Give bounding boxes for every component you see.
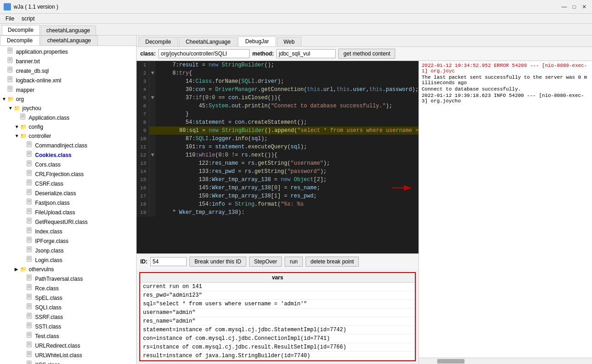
file-icon xyxy=(26,189,34,197)
vars-row: con=instance of com.mysql.cj.jdbc.Connec… xyxy=(140,334,415,343)
tree-item[interactable]: Cors.class xyxy=(0,160,136,169)
run-button[interactable]: run xyxy=(285,257,302,267)
svg-rect-68 xyxy=(27,247,31,252)
tree-item[interactable]: XSS.class xyxy=(0,360,136,364)
menu-file[interactable]: File xyxy=(2,15,18,23)
tree-item-label: Rce.class xyxy=(35,284,59,293)
vars-row: statement=instance of com.mysql.cj.jdbc.… xyxy=(140,326,415,334)
tree-item[interactable]: application.properties xyxy=(0,47,136,56)
left-panel: Decompile cheetahLanguage application.pr… xyxy=(0,35,137,364)
tree-item[interactable]: Deserialize.class xyxy=(0,188,136,198)
tree-item[interactable]: ▼📁org xyxy=(0,95,136,104)
minimize-button[interactable]: — xyxy=(560,3,568,11)
tree-item[interactable]: URLRedirect.class xyxy=(0,341,136,350)
tree-item[interactable]: logback-online.xml xyxy=(0,76,136,85)
tree-item[interactable]: Login.class xyxy=(0,255,136,265)
file-icon xyxy=(26,141,34,150)
code-line: 1 7:result = new StringBuilder(); xyxy=(137,61,418,69)
tree-item-label: FileUpload.class xyxy=(35,208,75,217)
right-tab-decompile[interactable]: Decompile xyxy=(138,37,178,46)
log-line: 2022-01-12 19:39:18.623 INFO 54200 --- [… xyxy=(422,93,589,104)
right-tab-cheetah[interactable]: CheetahLanguage xyxy=(179,37,238,46)
right-tab-web[interactable]: Web xyxy=(277,37,301,46)
tree-item-label: SpEL.class xyxy=(35,294,62,302)
tree-item-label: CRLFInjection.class xyxy=(35,170,84,178)
file-icon xyxy=(26,303,34,312)
tree-item-label: Cookies.class xyxy=(35,151,71,159)
method-label: method: xyxy=(252,51,274,57)
file-icon: 📁 xyxy=(20,132,27,140)
step-over-button[interactable]: StepOver xyxy=(249,257,282,267)
class-input[interactable] xyxy=(158,49,250,58)
tree-item[interactable]: GetRequestURI.class xyxy=(0,217,136,227)
break-row: ID: Break under this ID StepOver run del… xyxy=(137,253,418,269)
vars-panel: vars current run on 141res_pwd="admin123… xyxy=(139,272,416,361)
left-tab-decompile[interactable]: Decompile xyxy=(0,35,40,46)
file-icon: 📁 xyxy=(7,95,15,103)
left-tab-cheetah[interactable]: cheetahLanguage xyxy=(41,35,98,46)
tree-item[interactable]: PathTraversal.class xyxy=(0,274,136,283)
svg-rect-52 xyxy=(27,208,31,214)
tree-item[interactable]: ▼📁joychou xyxy=(0,104,136,113)
file-icon xyxy=(26,198,34,207)
method-input[interactable] xyxy=(276,49,336,58)
tree-item[interactable]: IPForge.class xyxy=(0,236,136,246)
tab-decompile-main[interactable]: Decompile xyxy=(2,25,40,35)
tree-item[interactable]: CSRF.class xyxy=(0,179,136,188)
tree-item-label: URLRedirect.class xyxy=(35,342,80,350)
tree-item[interactable]: SSTI.class xyxy=(0,322,136,331)
get-method-button[interactable]: get method content xyxy=(338,49,395,59)
tree-item[interactable]: SSRF.class xyxy=(0,312,136,322)
tree-item[interactable]: Index.class xyxy=(0,227,136,236)
code-line: 19 " Wker_tmp_array_138): xyxy=(137,208,418,217)
tree-item[interactable]: ▼📁config xyxy=(0,122,136,131)
log-panel: 2022-01-12 19:34:52.952 ERROR 54200 --- … xyxy=(419,61,592,364)
left-tabs: Decompile cheetahLanguage xyxy=(0,35,136,46)
code-line: 17 150:Wker_tmp_array_138[1] = res_pwd; xyxy=(137,192,418,200)
delete-break-button[interactable]: delete break point xyxy=(306,257,359,267)
tree-item[interactable]: URLWhiteList.class xyxy=(0,350,136,360)
tree-item[interactable]: banner.txt xyxy=(0,56,136,66)
file-icon xyxy=(26,313,34,321)
file-icon xyxy=(26,322,34,331)
file-icon xyxy=(26,256,34,264)
code-line: 3 14:Class.forName(SQLI.driver); xyxy=(137,77,418,86)
tree-item[interactable]: CommandInject.class xyxy=(0,141,136,150)
tab-cheetah-main[interactable]: cheetahLanguage xyxy=(41,25,96,35)
tree-item[interactable]: Application.class xyxy=(0,113,136,122)
tree-item-label: SSTI.class xyxy=(35,323,61,331)
tree-item[interactable]: ▼📁controller xyxy=(0,131,136,141)
file-icon xyxy=(26,179,34,188)
menu-script[interactable]: script xyxy=(18,15,38,23)
svg-rect-4 xyxy=(8,57,12,63)
tree-item-label: Jsonp.class xyxy=(35,247,64,255)
tree-item[interactable]: mapper xyxy=(0,85,136,95)
tree-item-label: Fastjson.class xyxy=(35,199,70,207)
app-title: wJa ( 1.1 version ) xyxy=(14,4,560,10)
file-icon: 📁 xyxy=(20,265,27,273)
svg-rect-40 xyxy=(27,180,31,185)
tree-item[interactable]: Cookies.class xyxy=(0,150,136,160)
tree-item[interactable]: FileUpload.class xyxy=(0,207,136,217)
tree-item[interactable]: SQLI.class xyxy=(0,303,136,312)
tree-item[interactable]: ▶📁othervulns xyxy=(0,265,136,274)
tree-item[interactable]: Fastjson.class xyxy=(0,198,136,207)
close-button[interactable]: ✕ xyxy=(580,3,588,11)
log-horizontal-scrollbar[interactable] xyxy=(419,358,592,364)
break-button[interactable]: Break under this ID xyxy=(189,257,246,267)
tree-item-label: GetRequestURI.class xyxy=(35,218,87,226)
content-area: Decompile cheetahLanguage application.pr… xyxy=(0,35,592,364)
file-icon xyxy=(26,227,34,236)
file-icon xyxy=(26,208,34,217)
tree-item[interactable]: Rce.class xyxy=(0,283,136,293)
code-line: 4 30:con = DriverManager.getConnection(t… xyxy=(137,86,418,94)
tree-item[interactable]: Test.class xyxy=(0,331,136,341)
maximize-button[interactable]: □ xyxy=(570,3,578,11)
code-editor[interactable]: 1 7:result = new StringBuilder();2▼ 8:tr… xyxy=(137,61,418,253)
id-input[interactable] xyxy=(150,257,187,266)
tree-item[interactable]: Jsonp.class xyxy=(0,246,136,255)
tree-item[interactable]: create_db.sql xyxy=(0,66,136,76)
tree-item[interactable]: CRLFInjection.class xyxy=(0,169,136,179)
tree-item[interactable]: SpEL.class xyxy=(0,293,136,303)
right-tab-debugjar[interactable]: DebugJar xyxy=(238,36,276,46)
